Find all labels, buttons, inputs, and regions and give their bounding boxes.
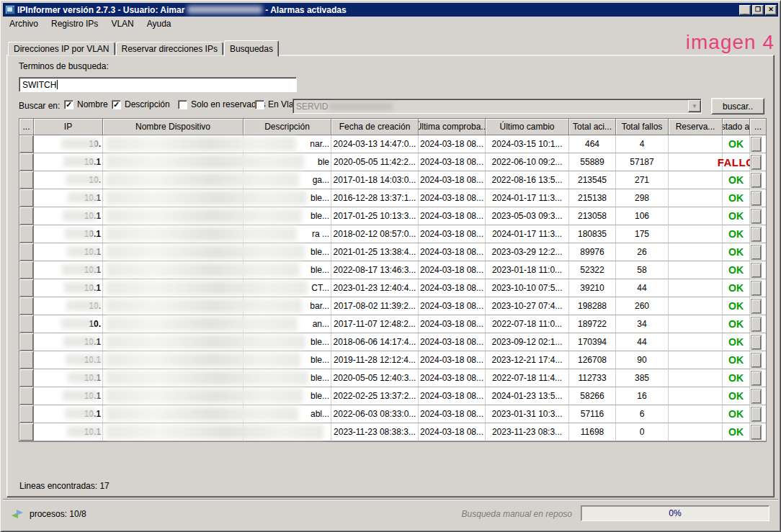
checkbox-box[interactable]: ✓: [112, 100, 121, 109]
row-end-cell[interactable]: [750, 189, 766, 207]
header-reserva[interactable]: Reserva...: [669, 119, 723, 135]
row-end-handle[interactable]: [751, 317, 762, 332]
table-row[interactable]: 10.1ble...2016-12-28 13:37:1...2024-03-1…: [19, 189, 766, 207]
row-end-handle[interactable]: [751, 137, 762, 152]
row-end-handle[interactable]: [751, 245, 762, 260]
row-end-handle[interactable]: [751, 335, 762, 350]
row-end-handle[interactable]: [751, 425, 762, 440]
buscar-button[interactable]: buscar..: [711, 98, 764, 114]
maximize-button[interactable]: ❐: [752, 5, 764, 15]
row-selector[interactable]: [19, 351, 34, 369]
table-row[interactable]: 10.1ble...2019-11-28 12:12:4...2024-03-1…: [19, 351, 766, 369]
row-end-handle[interactable]: [751, 227, 762, 242]
vlan-dropdown[interactable]: SERVID ▼: [293, 99, 702, 114]
tab-busquedas[interactable]: Busquedas: [224, 40, 279, 57]
table-row[interactable]: 10.1ble...2021-01-25 13:38:4...2024-03-1…: [19, 243, 766, 261]
checkbox-solo-reservadas[interactable]: ✓ Solo en reservadas: [178, 99, 265, 109]
row-end-cell[interactable]: [750, 423, 766, 441]
header-descripcion[interactable]: Descripción: [244, 119, 331, 135]
row-selector[interactable]: [19, 369, 34, 387]
table-row[interactable]: 10.1ble...2018-06-06 14:17:4...2024-03-1…: [19, 333, 766, 351]
row-end-handle[interactable]: [751, 155, 762, 170]
checkbox-box[interactable]: ✓: [255, 100, 264, 109]
table-row[interactable]: 10.1ble...2020-05-05 12:40:3...2024-03-1…: [19, 369, 766, 387]
menu-archivo[interactable]: Archivo: [3, 17, 45, 30]
row-selector[interactable]: [19, 279, 34, 297]
row-end-handle[interactable]: [751, 353, 762, 368]
row-end-handle[interactable]: [751, 209, 762, 224]
row-end-cell[interactable]: [750, 333, 766, 351]
header-row-selector[interactable]: ...: [19, 119, 34, 135]
title-bar[interactable]: IPInformer versión 2.7.3 - Usuario: Aima…: [3, 3, 778, 17]
row-end-cell[interactable]: [750, 243, 766, 261]
table-row[interactable]: 10.1ble...2022-08-17 13:46:3...2024-03-1…: [19, 261, 766, 279]
row-end-cell[interactable]: [750, 387, 766, 405]
row-end-cell[interactable]: [750, 297, 766, 315]
menu-registro-ips[interactable]: Registro IPs: [45, 17, 104, 30]
row-selector[interactable]: [19, 333, 34, 351]
row-selector[interactable]: [19, 207, 34, 225]
row-end-handle[interactable]: [751, 389, 762, 404]
table-row[interactable]: 10.12023-11-23 08:38:3...2024-03-18 08..…: [19, 423, 766, 441]
row-end-cell[interactable]: [750, 279, 766, 297]
row-selector[interactable]: [19, 243, 34, 261]
table-row[interactable]: 10.ga...2017-01-18 14:03:0...2024-03-18 …: [19, 171, 766, 189]
row-end-cell[interactable]: [750, 171, 766, 189]
header-estado[interactable]: Estado a...: [723, 119, 750, 135]
row-selector[interactable]: [19, 189, 34, 207]
row-end-handle[interactable]: [751, 191, 762, 206]
minimize-button[interactable]: _: [739, 5, 751, 15]
row-end-handle[interactable]: [751, 173, 762, 188]
row-end-cell[interactable]: [750, 315, 766, 333]
row-selector[interactable]: [19, 405, 34, 423]
menu-ayuda[interactable]: Ayuda: [140, 17, 178, 30]
row-selector[interactable]: [19, 387, 34, 405]
row-end-cell[interactable]: [750, 369, 766, 387]
row-end-handle[interactable]: [751, 371, 762, 386]
tab-direcciones-ip-por-vlan[interactable]: Direcciones IP por VLAN: [8, 42, 115, 55]
row-end-cell[interactable]: [750, 351, 766, 369]
checkbox-nombre[interactable]: ✓ Nombre: [64, 99, 108, 109]
table-row[interactable]: 10.an...2017-11-07 12:48:2...2024-03-18 …: [19, 315, 766, 333]
row-selector[interactable]: [19, 135, 34, 153]
table-row[interactable]: 10.1abl...2022-06-03 08:33:0...2024-03-1…: [19, 405, 766, 423]
checkbox-box[interactable]: ✓: [178, 100, 187, 109]
row-end-cell[interactable]: [750, 261, 766, 279]
table-row[interactable]: 10.1ble...2022-02-25 13:37:2...2024-03-1…: [19, 387, 766, 405]
header-fecha-creacion[interactable]: Fecha de creación: [331, 119, 419, 135]
row-end-cell[interactable]: [750, 135, 766, 153]
header-end[interactable]: ...: [750, 119, 766, 135]
table-row[interactable]: 10.bar...2017-08-02 11:39:2...2024-03-18…: [19, 297, 766, 315]
row-selector[interactable]: [19, 225, 34, 243]
row-selector[interactable]: [19, 261, 34, 279]
row-end-handle[interactable]: [751, 299, 762, 314]
row-selector[interactable]: [19, 171, 34, 189]
row-end-handle[interactable]: [751, 263, 762, 278]
row-end-cell[interactable]: [750, 225, 766, 243]
close-button[interactable]: ✕: [765, 5, 777, 15]
search-input[interactable]: SWITCH: [19, 77, 297, 92]
menu-vlan[interactable]: VLAN: [104, 17, 140, 30]
row-end-cell[interactable]: [750, 405, 766, 423]
table-row[interactable]: 10.1ra ...2018-02-12 08:57:0...2024-03-1…: [19, 225, 766, 243]
row-selector[interactable]: [19, 297, 34, 315]
table-row[interactable]: 10.1ble...2017-01-25 10:13:3...2024-03-1…: [19, 207, 766, 225]
row-selector[interactable]: [19, 153, 34, 171]
header-ip[interactable]: IP: [34, 119, 103, 135]
dropdown-button[interactable]: ▼: [688, 100, 701, 112]
header-nombre[interactable]: Nombre Dispositivo: [103, 119, 244, 135]
tab-reservar-direcciones-ips[interactable]: Reservar direcciones IPs: [116, 42, 223, 55]
row-selector[interactable]: [19, 315, 34, 333]
row-end-handle[interactable]: [751, 281, 762, 296]
checkbox-box[interactable]: ✓: [64, 100, 73, 109]
row-selector[interactable]: [19, 423, 34, 441]
row-end-handle[interactable]: [751, 407, 762, 422]
checkbox-descripcion[interactable]: ✓ Descripción: [112, 99, 170, 109]
header-ultimo-cambio[interactable]: Último cambio: [486, 119, 569, 135]
row-end-cell[interactable]: [750, 153, 766, 171]
header-total-fallos[interactable]: Total fallos: [616, 119, 669, 135]
row-end-cell[interactable]: [750, 207, 766, 225]
header-total-aciertos[interactable]: Total aci...: [569, 119, 616, 135]
table-row[interactable]: 10.nar...2024-03-13 14:47:0...2024-03-18…: [19, 135, 766, 153]
table-row[interactable]: 10.1ble2020-05-05 11:42:2...2024-03-18 0…: [19, 153, 766, 171]
